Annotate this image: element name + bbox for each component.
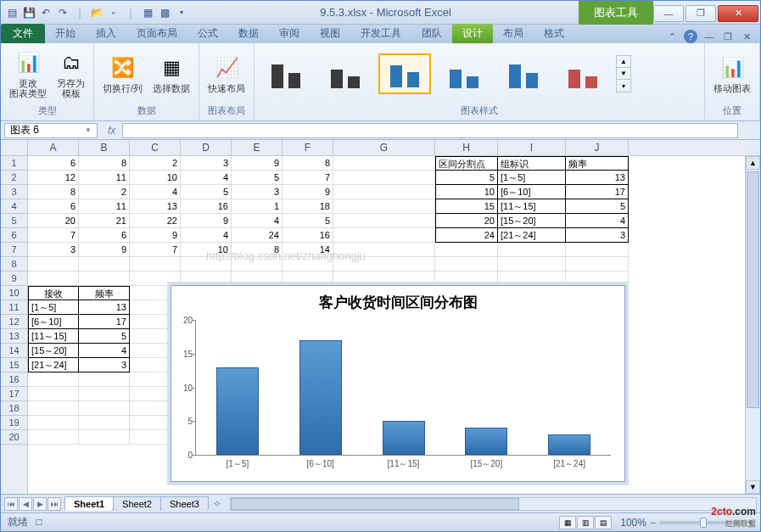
cell-J1[interactable]: 频率 [566,156,629,171]
redo-icon[interactable]: ↷ [55,5,70,20]
sheet-next-icon[interactable]: ▶ [33,497,47,511]
cell-H4[interactable]: 15 [435,199,498,214]
view-layout-icon[interactable]: ▥ [577,516,594,529]
zoom-slider-thumb[interactable] [700,518,707,528]
cell-E7[interactable]: 8 [232,243,283,257]
cell-A3[interactable]: 8 [28,185,79,199]
new-icon[interactable]: ▫ [106,5,121,20]
save-as-template-button[interactable]: 🗂 另存为 模板 [53,48,88,100]
formula-input[interactable] [122,123,738,138]
cell-D2[interactable]: 4 [181,171,232,185]
col-header-G[interactable]: G [333,140,435,155]
row-header-15[interactable]: 15 [1,358,27,372]
tab-文件[interactable]: 文件 [1,24,45,43]
scroll-down-icon[interactable]: ▼ [746,480,760,494]
cell-I5[interactable]: [15～20] [498,214,566,228]
cell-F3[interactable]: 9 [283,185,333,199]
cell-H1[interactable]: 区间分割点 [435,156,498,171]
tab-公式[interactable]: 公式 [187,24,228,43]
cell-I4[interactable]: [11～15] [498,199,566,214]
tab-布局[interactable]: 布局 [493,24,534,43]
maximize-icon[interactable]: ❐ [685,5,716,22]
sheet-tab-Sheet3[interactable]: Sheet3 [160,496,209,511]
row-header-8[interactable]: 8 [1,257,27,272]
cell-C4[interactable]: 13 [130,199,181,214]
cell-D7[interactable]: 10 [181,243,232,257]
cell-C7[interactable]: 7 [130,243,181,257]
cell-H3[interactable]: 10 [435,185,498,199]
chart-style-1[interactable] [260,53,312,94]
chart-style-2[interactable] [319,53,372,94]
cell-F5[interactable]: 5 [283,214,333,228]
doc-restore-icon[interactable]: ❐ [721,30,735,43]
cell-A1[interactable]: 6 [28,156,79,171]
cell-H6[interactable]: 24 [435,228,498,243]
row-header-7[interactable]: 7 [1,243,27,257]
undo-icon[interactable]: ↶ [38,5,53,20]
row-header-2[interactable]: 2 [1,171,27,185]
row-header-16[interactable]: 16 [1,372,27,387]
scroll-up-icon[interactable]: ▲ [746,156,760,170]
gallery-down-icon[interactable]: ▼ [617,68,630,80]
cell-A5[interactable]: 20 [28,214,79,228]
scroll-thumb-v[interactable] [747,171,759,408]
row-header-14[interactable]: 14 [1,344,27,358]
embedded-chart[interactable]: 客户收货时间区间分布图 05101520[1～5][6～10][11～15][1… [171,285,625,482]
col-header-F[interactable]: F [283,140,333,155]
cell-A14[interactable]: [15～20] [28,344,79,358]
zoom-out-icon[interactable]: − [650,517,656,529]
cell-F6[interactable]: 16 [283,228,333,243]
cell-I6[interactable]: [21～24] [498,228,566,243]
cell-F7[interactable]: 14 [283,243,333,257]
minimize-icon[interactable]: — [653,5,684,22]
doc-close-icon[interactable]: ✕ [740,30,753,43]
qat-more-icon[interactable]: ▾ [174,5,189,20]
tab-插入[interactable]: 插入 [86,24,126,43]
col-header-E[interactable]: E [232,140,283,155]
cell-J5[interactable]: 4 [566,214,629,228]
view-pagebreak-icon[interactable]: ▤ [595,516,612,529]
cell-B1[interactable]: 8 [79,156,130,171]
cell-D4[interactable]: 16 [181,199,232,214]
cell-B3[interactable]: 2 [79,185,130,199]
sheet-first-icon[interactable]: ⏮ [4,497,18,511]
cell-grid[interactable]: 6823981211104578245396111316118202122945… [28,156,745,494]
cell-J4[interactable]: 5 [566,199,629,214]
row-header-4[interactable]: 4 [1,199,27,214]
cell-F4[interactable]: 18 [283,199,333,214]
tab-开发工具[interactable]: 开发工具 [350,24,411,43]
cell-B10[interactable]: 频率 [79,286,130,300]
cell-I2[interactable]: [1～5] [498,171,566,185]
cell-C2[interactable]: 10 [130,171,181,185]
col-header-J[interactable]: J [566,140,629,155]
cell-E4[interactable]: 1 [232,199,283,214]
row-header-20[interactable]: 20 [1,430,27,445]
cell-A13[interactable]: [11～15] [28,329,79,344]
gallery-up-icon[interactable]: ▲ [617,56,630,68]
col-header-H[interactable]: H [435,140,498,155]
cell-F1[interactable]: 8 [283,156,333,171]
cell-B4[interactable]: 11 [79,199,130,214]
tab-格式[interactable]: 格式 [534,24,574,43]
view-normal-icon[interactable]: ▦ [559,516,576,529]
cell-B6[interactable]: 6 [79,228,130,243]
cell-C3[interactable]: 4 [130,185,181,199]
sheet-tab-Sheet2[interactable]: Sheet2 [113,496,161,511]
cell-A6[interactable]: 7 [28,228,79,243]
cell-B2[interactable]: 11 [79,171,130,185]
collapse-ribbon-icon[interactable]: ⌃ [665,30,679,43]
cell-B13[interactable]: 5 [79,329,130,344]
cell-F2[interactable]: 7 [283,171,333,185]
tab-审阅[interactable]: 审阅 [269,24,310,43]
select-all-corner[interactable] [1,140,28,156]
cell-C6[interactable]: 9 [130,228,181,243]
chart-bar-4[interactable] [548,434,590,455]
cell-B7[interactable]: 9 [79,243,130,257]
sheet-last-icon[interactable]: ⏭ [48,497,61,511]
scroll-thumb-h[interactable] [231,498,520,510]
cell-J3[interactable]: 17 [566,185,629,199]
tab-开始[interactable]: 开始 [45,24,86,43]
cell-B12[interactable]: 17 [79,315,130,329]
chart-style-3-selected[interactable] [378,53,431,94]
cell-I1[interactable]: 组标识 [498,156,566,171]
